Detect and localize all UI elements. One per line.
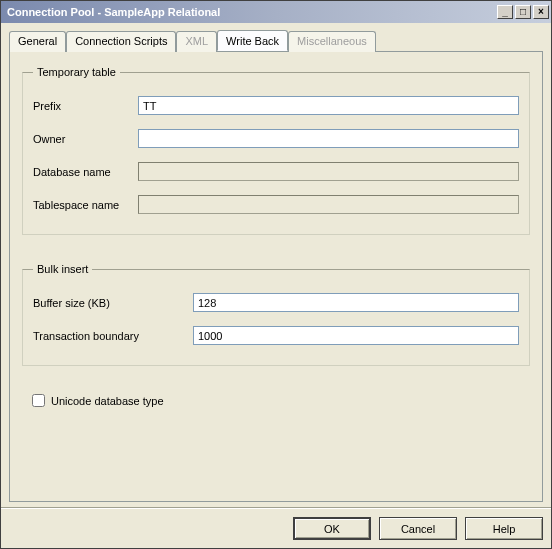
write-back-panel: Temporary table Prefix Owner Database na… [9, 51, 543, 502]
tablespace-name-input [138, 195, 519, 214]
button-bar: OK Cancel Help [1, 508, 551, 548]
maximize-button[interactable]: □ [515, 5, 531, 19]
temporary-table-group: Temporary table Prefix Owner Database na… [22, 66, 530, 235]
owner-label: Owner [33, 133, 138, 145]
unicode-row: Unicode database type [32, 394, 530, 407]
temporary-table-legend: Temporary table [33, 66, 120, 78]
tab-strip: General Connection Scripts XML Write Bac… [9, 31, 543, 52]
cancel-button[interactable]: Cancel [379, 517, 457, 540]
tab-connection-scripts[interactable]: Connection Scripts [66, 31, 176, 52]
titlebar: Connection Pool - SampleApp Relational _… [1, 1, 551, 23]
bulk-insert-group: Bulk insert Buffer size (KB) Transaction… [22, 263, 530, 366]
tablespace-name-label: Tablespace name [33, 199, 138, 211]
prefix-input[interactable] [138, 96, 519, 115]
transaction-boundary-input[interactable] [193, 326, 519, 345]
window-title: Connection Pool - SampleApp Relational [7, 6, 495, 18]
unicode-checkbox[interactable] [32, 394, 45, 407]
tab-write-back[interactable]: Write Back [217, 30, 288, 51]
buffer-size-label: Buffer size (KB) [33, 297, 193, 309]
content-area: General Connection Scripts XML Write Bac… [1, 23, 551, 508]
database-name-label: Database name [33, 166, 138, 178]
prefix-label: Prefix [33, 100, 138, 112]
database-name-input [138, 162, 519, 181]
close-button[interactable]: × [533, 5, 549, 19]
tab-xml: XML [176, 31, 217, 52]
tab-general[interactable]: General [9, 31, 66, 52]
transaction-boundary-label: Transaction boundary [33, 330, 193, 342]
help-button[interactable]: Help [465, 517, 543, 540]
minimize-button[interactable]: _ [497, 5, 513, 19]
unicode-label: Unicode database type [51, 395, 164, 407]
owner-input[interactable] [138, 129, 519, 148]
ok-button[interactable]: OK [293, 517, 371, 540]
buffer-size-input[interactable] [193, 293, 519, 312]
tab-miscellaneous: Miscellaneous [288, 31, 376, 52]
dialog-window: Connection Pool - SampleApp Relational _… [0, 0, 552, 549]
bulk-insert-legend: Bulk insert [33, 263, 92, 275]
